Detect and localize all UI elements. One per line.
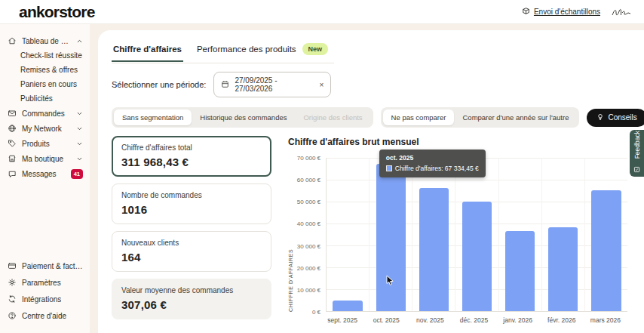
segment-comparer-d-une-annee-sur-l-autre[interactable]: Comparer d'une année sur l'autre xyxy=(454,109,577,125)
chart-plot: oct. 2025 Chiffre d'affaires: 67 334,45 … xyxy=(326,158,627,312)
x-tick-label: janv. 2026 xyxy=(496,316,540,324)
y-tick-label: 70 000 € xyxy=(297,155,320,162)
envelope-icon xyxy=(8,109,17,118)
store-icon xyxy=(8,154,17,163)
feedback-tab[interactable]: Feedback xyxy=(630,130,644,177)
stat-card-nombre-de-commandes[interactable]: Nombre de commandes1016 xyxy=(112,183,271,224)
date-range-input[interactable]: 27/09/2025 - 27/03/2026 × xyxy=(213,72,331,97)
sidebar-item-label: Intégrations xyxy=(22,295,61,304)
stat-card-label: Nouveaux clients xyxy=(121,239,262,247)
tooltip-series-swatch xyxy=(386,165,392,171)
ankorstore-logo[interactable]: ankorstore xyxy=(19,3,95,21)
home-icon xyxy=(8,36,17,45)
segmentation-toggle-group: Sans segmentationHistorique des commande… xyxy=(112,107,373,128)
stat-card-value: 311 968,43 € xyxy=(121,156,262,168)
tooltip-title: oct. 2025 xyxy=(386,154,479,162)
x-tick-label: mars 2026 xyxy=(584,316,627,324)
gear-icon xyxy=(8,278,17,287)
y-tick-label: 0 € xyxy=(312,309,320,316)
sidebar-item-label: Remises & offres xyxy=(20,66,78,74)
y-tick-label: 60 000 € xyxy=(297,177,320,183)
bar-slot-fevr-2026 xyxy=(541,158,584,311)
help-icon xyxy=(8,311,17,320)
tooltip-value: Chiffre d'affaires: 67 334,45 € xyxy=(395,165,479,172)
stat-card-label: Valeur moyenne des commandes xyxy=(121,286,262,294)
chat-icon xyxy=(8,170,17,179)
stat-card-nouveaux-clients[interactable]: Nouveaux clients164 xyxy=(112,231,271,272)
sidebar-item-tableau-de-bord[interactable]: Tableau de bord xyxy=(0,33,90,48)
sidebar-item-centre-d-aide[interactable]: Centre d'aide xyxy=(0,307,90,324)
y-tick-label: 40 000 € xyxy=(297,220,320,227)
y-tick-label: 20 000 € xyxy=(297,264,320,271)
bar-slot-janv-2026 xyxy=(498,158,541,311)
bar-mars-2026[interactable] xyxy=(591,190,621,311)
date-range-value: 27/09/2025 - 27/03/2026 xyxy=(235,76,314,93)
sidebar-item-messages[interactable]: Messages41 xyxy=(0,166,90,182)
unread-count-badge: 41 xyxy=(71,169,83,179)
stat-card-chiffre-d-affaires-total[interactable]: Chiffre d'affaires total311 968,43 € xyxy=(112,136,271,177)
sidebar-item-label: Commandes xyxy=(22,109,65,118)
sidebar-item-ma-boutique[interactable]: Ma boutique xyxy=(0,151,90,166)
lightbulb-icon xyxy=(596,113,604,122)
segment-sans-segmentation[interactable]: Sans segmentation xyxy=(114,109,192,125)
tag-icon xyxy=(8,139,17,148)
chevron-down-icon xyxy=(76,156,83,162)
stat-card-label: Chiffre d'affaires total xyxy=(121,143,262,152)
comparison-toggle-group: Ne pas comparerComparer d'une année sur … xyxy=(381,107,580,128)
sidebar-item-integrations[interactable]: Intégrations xyxy=(0,291,90,307)
sidebar-item-commandes[interactable]: Commandes xyxy=(0,106,90,121)
bar-sept-2025[interactable] xyxy=(333,301,362,311)
brand-signature-logo[interactable] xyxy=(611,7,632,17)
bar-nov-2025[interactable] xyxy=(419,188,449,311)
clear-date-icon[interactable]: × xyxy=(320,81,324,89)
sidebar: Tableau de bordCheck-list réussiteRemise… xyxy=(0,24,90,333)
card-icon xyxy=(8,261,17,270)
sidebar-item-label: My Network xyxy=(22,125,62,133)
sidebar-item-remises-offres[interactable]: Remises & offres xyxy=(0,63,90,77)
bar-janv-2026[interactable] xyxy=(505,231,535,311)
chevron-down-icon xyxy=(76,140,83,147)
tab-chiffre-d-affaires[interactable]: Chiffre d'affaires xyxy=(112,42,183,62)
main-area: Chiffre d'affairesPerformance des produi… xyxy=(90,24,644,333)
bar-oct-2025[interactable] xyxy=(376,164,406,311)
y-tick-label: 10 000 € xyxy=(297,286,320,293)
stat-card-label: Nombre de commandes xyxy=(121,191,262,199)
sidebar-item-label: Paramètres xyxy=(22,279,61,287)
sidebar-item-publicites[interactable]: Publicités xyxy=(0,91,90,106)
calendar-icon xyxy=(221,80,229,90)
chevron-down-icon xyxy=(76,110,83,117)
chart-area: Chiffre d'affaires brut mensuel CHIFFRE … xyxy=(288,136,627,333)
chart-y-axis-label: CHIFFRE D'AFFAIRES xyxy=(288,158,293,312)
sidebar-item-check-list-reussite[interactable]: Check-list réussite xyxy=(0,48,90,63)
stat-card-valeur-moyenne-des-commandes[interactable]: Valeur moyenne des commandes307,06 € xyxy=(112,279,271,319)
tab-label: Performance des produits xyxy=(197,45,296,54)
conseils-button[interactable]: Conseils xyxy=(587,109,644,127)
globe-icon xyxy=(8,124,17,133)
sidebar-item-label: Ma boutique xyxy=(22,155,63,163)
sidebar-item-paiement-facturation[interactable]: Paiement & facturation xyxy=(0,257,90,274)
sidebar-item-produits[interactable]: Produits xyxy=(0,136,90,151)
stat-card-value: 307,06 € xyxy=(121,298,262,311)
sidebar-item-paniers-en-cours[interactable]: Paniers en cours xyxy=(0,77,90,91)
bar-slot-mars-2026 xyxy=(584,158,627,311)
stats-column: Chiffre d'affaires total311 968,43 €Nomb… xyxy=(112,136,271,333)
bar-fevr-2026[interactable] xyxy=(548,227,578,311)
tab-performance-des-produits[interactable]: Performance des produitsNew xyxy=(195,40,330,63)
dashboard-card: Chiffre d'affairesPerformance des produi… xyxy=(98,30,644,333)
chart-bars xyxy=(327,158,627,311)
chart-tooltip: oct. 2025 Chiffre d'affaires: 67 334,45 … xyxy=(379,150,486,177)
samples-link[interactable]: Envoi d'échantillons xyxy=(522,7,600,17)
feedback-label: Feedback xyxy=(633,131,641,159)
segment-ne-pas-comparer[interactable]: Ne pas comparer xyxy=(383,109,455,125)
bar-dec-2025[interactable] xyxy=(462,202,492,311)
stat-card-value: 164 xyxy=(121,251,262,264)
sidebar-item-label: Check-list réussite xyxy=(20,51,82,60)
bar-slot-sept-2025 xyxy=(327,158,369,311)
sidebar-item-parametres[interactable]: Paramètres xyxy=(0,274,90,291)
sidebar-item-label: Paiement & facturation xyxy=(22,262,83,270)
y-tick-label: 50 000 € xyxy=(297,199,320,205)
samples-link-label: Envoi d'échantillons xyxy=(534,8,600,16)
sidebar-item-my-network[interactable]: My Network xyxy=(0,121,90,136)
x-tick-label: oct. 2025 xyxy=(364,316,408,324)
segment-historique-des-commandes[interactable]: Historique des commandes xyxy=(192,109,295,125)
